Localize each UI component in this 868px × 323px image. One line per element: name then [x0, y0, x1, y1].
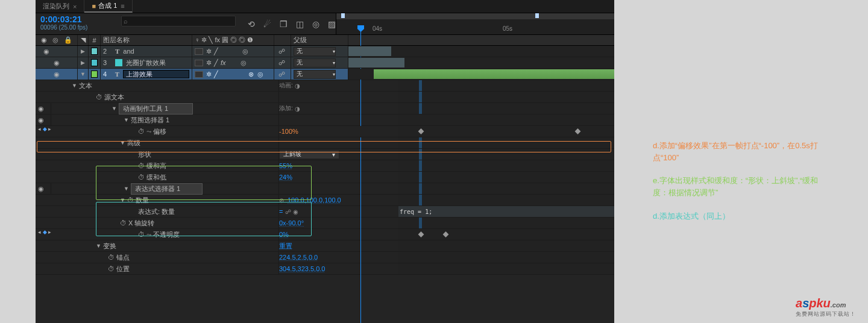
graph-editor-icon[interactable]: ▨ [328, 19, 336, 29]
label-color[interactable] [91, 59, 98, 66]
prev-kf-icon[interactable]: ◂ [38, 229, 41, 240]
prop-ease-low[interactable]: ⏱ 缓和低 24% [36, 172, 614, 183]
shape-dropdown[interactable]: 上斜坡▾ [279, 150, 339, 159]
expression-pickwhip-icon[interactable]: ☍ [285, 209, 291, 215]
stopwatch-icon[interactable]: ⏱ [138, 231, 145, 238]
prop-offset[interactable]: ◂◆▸ ⏱ ⤳ 偏移 -100% [36, 126, 614, 137]
eye-icon[interactable]: ◉ [38, 116, 44, 124]
parent-link-header [274, 35, 291, 45]
stopwatch-icon[interactable]: ⏱ [138, 174, 145, 181]
ease-high-value[interactable]: 55% [279, 162, 292, 169]
twirl-icon[interactable]: ▶ [81, 48, 85, 54]
next-kf-icon[interactable]: ▸ [48, 229, 51, 240]
twirl-icon[interactable]: ▼ [112, 105, 117, 111]
stopwatch-icon[interactable]: ⏱ [120, 219, 127, 227]
layer-row-2[interactable]: ◉ ▶ 2Tand ✲╱◎ ☍ 无▾ [36, 46, 614, 57]
twirl-icon[interactable]: ▶ [81, 60, 85, 66]
stopwatch-icon[interactable]: ⏱ [108, 254, 115, 261]
twirl-icon[interactable]: ▼ [120, 197, 125, 203]
lock-header-icon: 🔒 [64, 36, 72, 44]
layer-row-4[interactable]: ◉ ▼ 4T ✲╱⊗◎ ☍ 无▾ [36, 69, 614, 80]
twirl-icon[interactable]: ▼ [120, 140, 125, 146]
prop-expression-selector[interactable]: ◉ ▼ 表达式选择器 1 [36, 183, 614, 195]
tab-render-queue[interactable]: 渲染队列× [36, 0, 84, 13]
after-effects-panel: 渲染队列× ■合成 1≡ 0:00:03:21 00096 (25.00 fps… [36, 0, 614, 323]
label-header-icon: ◥ [78, 35, 89, 45]
parent-dropdown[interactable]: 无▾ [294, 47, 336, 56]
frame-blend-icon[interactable]: ◫ [296, 19, 304, 29]
close-icon[interactable]: × [73, 3, 77, 10]
stopwatch-icon[interactable]: ⏱ [127, 196, 134, 204]
layer-name-header: 图层名称 [101, 35, 192, 45]
anchor-value[interactable]: 224.5,2.5,0.0 [279, 254, 318, 261]
stopwatch-icon[interactable]: ⏱ [108, 265, 115, 272]
parent-header: 父级 [291, 35, 348, 45]
expression-code[interactable]: freq = 1; [400, 209, 432, 215]
eye-icon[interactable]: ◉ [54, 59, 60, 67]
text-layer-icon: T [115, 48, 119, 55]
prop-source-text[interactable]: ⏱ 源文本 [36, 92, 614, 103]
search-input[interactable] [121, 16, 236, 27]
offset-value[interactable]: -100% [279, 128, 298, 135]
panel-menu-icon[interactable]: ≡ [121, 2, 124, 10]
prop-text-group[interactable]: ▼ 文本 动画: ◑ [36, 80, 614, 92]
eye-icon[interactable]: ◉ [38, 105, 44, 113]
eye-icon[interactable]: ◉ [43, 48, 49, 55]
prop-animator[interactable]: ◉ ▼ 动画制作工具 1 添加: ◑ [36, 103, 614, 114]
box-icon[interactable]: ❒ [280, 19, 288, 29]
parent-dropdown[interactable]: 无▾ [294, 70, 336, 79]
column-header: ◉◎🔒 ◥ # 图层名称 ♀ ✲ ╲ fx 圓 ◎ ◎ ❶ 父级 [36, 35, 614, 46]
twirl-icon[interactable]: ▼ [124, 186, 129, 192]
index-header: # [89, 35, 101, 45]
prop-ease-high[interactable]: ⏱ 缓和高 55% [36, 160, 614, 172]
stopwatch-icon[interactable]: ⏱ [138, 128, 145, 135]
add-property-icon[interactable]: ◑ [293, 105, 300, 112]
expression-play-icon[interactable]: ◉ [293, 209, 298, 215]
add-animator-icon[interactable]: ◑ [293, 83, 300, 89]
layer-row-3[interactable]: ◉ ▶ 3光圈扩散效果 ✲╱fx◎ ☍ 无▾ [36, 57, 614, 69]
ease-low-value[interactable]: 24% [279, 174, 292, 181]
twirl-icon[interactable]: ▼ [80, 71, 86, 77]
pickwhip-icon[interactable]: ☍ [277, 59, 286, 67]
prop-amount[interactable]: ▼ ⏱ 数量 ⊘100.0,100.0,100.0 [36, 195, 614, 206]
search-wrap: ⌕ [121, 16, 236, 27]
label-color[interactable] [91, 48, 98, 55]
stopwatch-icon[interactable]: ⏱ [138, 162, 145, 169]
prop-x-rotation[interactable]: ⏱ X 轴旋转 0x-90.0° [36, 218, 614, 229]
prop-range-selector[interactable]: ◉ ▼ 范围选择器 1 [36, 114, 614, 126]
prop-anchor[interactable]: ⏱ 锚点 224.5,2.5,0.0 [36, 252, 614, 263]
motion-blur-icon[interactable]: ◎ [312, 19, 319, 29]
prop-transform-group[interactable]: ▼ 变换 重置 [36, 240, 614, 252]
prop-expression-amount[interactable]: 表达式: 数量 = ☍ ◉ freq = 1; [36, 206, 614, 218]
draft3d-icon[interactable]: ⟲ [248, 19, 255, 29]
prop-position[interactable]: ⏱ 位置 304.5,323.5,0.0 [36, 263, 614, 275]
stopwatch-icon[interactable]: ⏱ [96, 93, 102, 101]
annotations: d.添加“偏移效果”在第一帧打点“-100”，在0.5s打点“100” e.字体… [653, 140, 834, 222]
position-value[interactable]: 304.5,323.5,0.0 [279, 265, 325, 272]
eye-icon[interactable]: ◉ [54, 71, 60, 78]
tab-comp-1[interactable]: ■合成 1≡ [84, 0, 132, 13]
watermark-logo: aspku.com 免费网站源码下载站！ [796, 296, 856, 318]
annotation-d1: d.添加“偏移效果”在第一帧打点“-100”，在0.5s打点“100” [653, 140, 834, 164]
prop-shape[interactable]: 形状 上斜坡▾ [36, 149, 614, 160]
twirl-icon[interactable]: ▼ [96, 243, 101, 249]
reset-link[interactable]: 重置 [279, 242, 292, 251]
twirl-icon[interactable]: ▼ [72, 83, 77, 89]
pickwhip-icon[interactable]: ☍ [277, 48, 286, 55]
label-color[interactable] [91, 71, 98, 78]
shy-icon[interactable]: ☄ [263, 19, 271, 29]
eye-icon[interactable]: ◉ [38, 185, 44, 193]
layer-name-input[interactable] [123, 70, 189, 78]
parent-dropdown[interactable]: 无▾ [294, 58, 336, 67]
next-kf-icon[interactable]: ▸ [48, 126, 51, 137]
opacity-value[interactable]: 0% [279, 231, 289, 238]
prop-advanced[interactable]: ▼ 高级 [36, 137, 614, 149]
x-rotation-value[interactable]: 0x-90.0° [279, 219, 304, 227]
time-header: 0:00:03:21 00096 (25.00 fps) ⌕ ⟲ ☄ ❒ ◫ ◎… [36, 13, 614, 35]
prev-kf-icon[interactable]: ◂ [38, 126, 41, 137]
eye-header-icon: ◉ [41, 36, 47, 44]
twirl-icon[interactable]: ▼ [124, 117, 129, 123]
amount-value[interactable]: 100.0,100.0,100.0 [288, 196, 341, 204]
pickwhip-icon[interactable]: ☍ [277, 71, 286, 78]
prop-opacity[interactable]: ◂◆▸ ⏱ ⤳ 不透明度 0% [36, 229, 614, 240]
